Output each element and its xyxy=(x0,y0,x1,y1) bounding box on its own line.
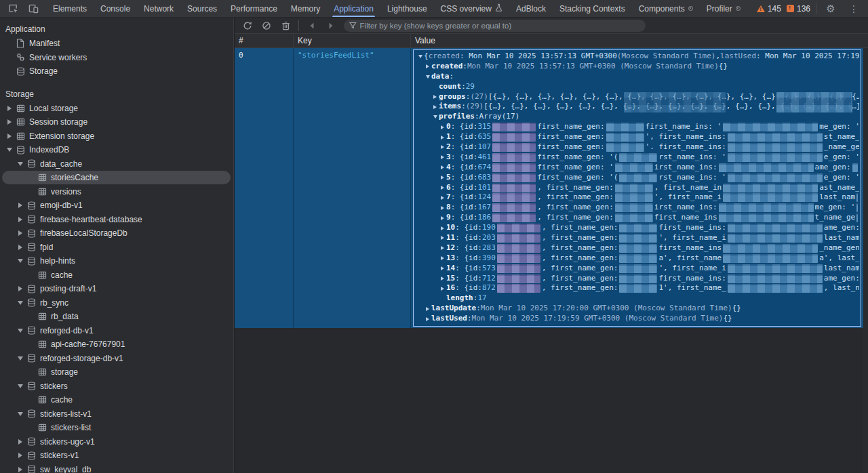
column-header-key[interactable]: Key xyxy=(294,34,411,47)
kebab-menu-icon[interactable]: ⋮ xyxy=(845,1,863,17)
sidebar-item-manifest[interactable]: Manifest xyxy=(0,37,233,51)
sidebar-item-stickers-list-v1[interactable]: stickers-list-v1 xyxy=(0,407,233,421)
disclosure-triangle-icon[interactable] xyxy=(424,307,431,311)
tab-sources[interactable]: Sources xyxy=(180,0,224,17)
disclosure-triangle-icon[interactable] xyxy=(439,206,446,210)
tree-row[interactable]: 0: {id: 315first_name_gen:first_name_ins… xyxy=(415,122,859,132)
disclosure-triangle-icon[interactable] xyxy=(416,55,424,58)
sidebar-item-session-storage[interactable]: Session storage xyxy=(0,115,233,129)
issues-badge[interactable]: 136 xyxy=(787,4,810,14)
disclosure-triangle-icon[interactable] xyxy=(15,162,25,166)
table-row[interactable]: 0 "storiesFeedList" {created: Mon Mar 10… xyxy=(235,48,868,328)
disclosure-triangle-icon[interactable] xyxy=(15,259,25,263)
disclosure-triangle-icon[interactable] xyxy=(15,356,25,361)
sidebar-item-api-cache-76767901[interactable]: api-cache-76767901 xyxy=(0,337,233,352)
disclosure-triangle-icon[interactable] xyxy=(424,64,431,68)
tree-row[interactable]: lastUpdate: Mon Mar 10 2025 17:20:00 GMT… xyxy=(415,304,859,314)
tree-row[interactable]: 5: {id: 683first_name_gen: '(rst_name_in… xyxy=(415,173,859,183)
sidebar-item-firebase-heartbeat-database[interactable]: firebase-heartbeat-database xyxy=(0,213,233,227)
tree-row[interactable]: data: xyxy=(415,72,859,82)
tree-row[interactable]: 13: {id: 390, first_name_gen:a', first_n… xyxy=(415,253,859,264)
disclosure-triangle-icon[interactable] xyxy=(431,95,439,99)
sidebar-item-data-cache[interactable]: data_cache xyxy=(0,157,233,171)
sidebar-item-cache[interactable]: cache xyxy=(0,393,233,407)
disclosure-triangle-icon[interactable] xyxy=(15,245,25,250)
disclosure-triangle-icon[interactable] xyxy=(15,217,25,222)
sidebar-item-stickers-list[interactable]: stickers-list xyxy=(0,421,233,435)
disclosure-triangle-icon[interactable] xyxy=(431,105,439,109)
disclosure-triangle-icon[interactable] xyxy=(439,216,446,220)
disclosure-triangle-icon[interactable] xyxy=(439,276,446,281)
sidebar-item-storage[interactable]: Storage xyxy=(0,64,233,79)
inspect-element-icon[interactable] xyxy=(4,1,22,17)
tree-row[interactable]: count: 29 xyxy=(415,82,859,92)
tree-row[interactable]: 1: {id: 635first_name_gen:', first_name_… xyxy=(415,132,859,142)
refresh-icon[interactable] xyxy=(241,20,254,32)
disclosure-triangle-icon[interactable] xyxy=(439,236,446,240)
disclosure-triangle-icon[interactable] xyxy=(4,119,14,125)
tree-row[interactable]: 15: {id: 712, first_name_gen:first_name_… xyxy=(415,274,859,284)
tree-row[interactable]: 9: {id: 186, first_name_gen:first_name_i… xyxy=(415,213,859,223)
tab-adblock[interactable]: AdBlock xyxy=(509,0,553,17)
tree-row[interactable]: 14: {id: 573, first_name_gen:', first_na… xyxy=(415,264,859,274)
tab-css-overview[interactable]: CSS overview xyxy=(434,0,509,17)
disclosure-triangle-icon[interactable] xyxy=(15,329,25,333)
tab-application[interactable]: Application xyxy=(327,0,380,17)
tree-row[interactable]: 8: {id: 167, first_name_gen:irst_name_in… xyxy=(415,203,859,213)
column-header-index[interactable]: # xyxy=(235,34,294,47)
tree-row[interactable]: 7: {id: 124, first_name_gen:', first_nam… xyxy=(415,192,859,203)
tree-row[interactable]: created: Mon Mar 10 2025 13:57:13 GMT+03… xyxy=(415,62,859,72)
next-page-icon[interactable] xyxy=(325,20,337,32)
tab-profiler[interactable]: Profiler xyxy=(700,0,747,17)
column-header-value[interactable]: Value xyxy=(411,34,868,47)
sidebar-item-rb-data[interactable]: rb_data xyxy=(0,310,233,324)
tree-row[interactable]: 2: {id: 107first_name_gen:'. first_name_… xyxy=(415,142,859,152)
tree-row[interactable]: length: 17 xyxy=(415,293,859,304)
sidebar-item-firebaselocalstoragedb[interactable]: firebaseLocalStorageDb xyxy=(0,226,233,241)
disclosure-triangle-icon[interactable] xyxy=(4,133,14,139)
disclosure-triangle-icon[interactable] xyxy=(439,145,446,149)
sidebar-item-cache[interactable]: cache xyxy=(0,268,233,283)
tab-console[interactable]: Console xyxy=(94,0,137,17)
sidebar-item-storiescache[interactable]: storiesCache xyxy=(0,171,233,185)
disclosure-triangle-icon[interactable] xyxy=(439,287,446,291)
disclosure-triangle-icon[interactable] xyxy=(15,453,25,458)
toggle-device-toolbar-icon[interactable] xyxy=(24,1,42,17)
scrollbar-gutter[interactable] xyxy=(863,48,868,472)
disclosure-triangle-icon[interactable] xyxy=(439,136,446,140)
disclosure-triangle-icon[interactable] xyxy=(424,317,431,321)
sidebar-item-sw-keyval-db[interactable]: sw_keyval_db xyxy=(0,463,233,473)
tree-row[interactable]: 6: {id: 101, first_name_gen:, first_name… xyxy=(415,183,859,193)
tab-performance[interactable]: Performance xyxy=(224,0,284,17)
tree-row[interactable]: lastUsed: Mon Mar 10 2025 17:19:59 GMT+0… xyxy=(415,314,859,324)
tree-row[interactable]: 11: {id: 203, first_name_gen:', first_na… xyxy=(415,233,859,243)
disclosure-triangle-icon[interactable] xyxy=(439,256,446,260)
disclosure-triangle-icon[interactable] xyxy=(15,439,25,445)
sidebar-item-storage[interactable]: storage xyxy=(0,365,233,379)
disclosure-triangle-icon[interactable] xyxy=(439,226,446,230)
disclosure-triangle-icon[interactable] xyxy=(439,176,446,180)
disclosure-triangle-icon[interactable] xyxy=(439,155,446,159)
warnings-badge[interactable]: 145 xyxy=(757,4,781,14)
tab-network[interactable]: Network xyxy=(137,0,180,17)
disclosure-triangle-icon[interactable] xyxy=(15,467,25,472)
disclosure-triangle-icon[interactable] xyxy=(4,148,14,152)
tree-row[interactable]: items: (29) [{…}, {…}, {…}, {…}, {…}, {…… xyxy=(415,102,859,112)
disclosure-triangle-icon[interactable] xyxy=(15,203,25,208)
disclosure-triangle-icon[interactable] xyxy=(439,186,446,190)
sidebar-item-service-workers[interactable]: Service workers xyxy=(0,51,233,65)
disclosure-triangle-icon[interactable] xyxy=(4,106,14,111)
tree-row[interactable]: profiles: Array(17) xyxy=(415,112,859,122)
sidebar-item-reforged-storage-db-v1[interactable]: reforged-storage-db-v1 xyxy=(0,352,233,366)
clear-object-store-icon[interactable] xyxy=(260,20,273,32)
tab-components[interactable]: Components xyxy=(632,0,700,17)
disclosure-triangle-icon[interactable] xyxy=(15,384,25,388)
filter-by-key-input[interactable] xyxy=(360,22,640,30)
disclosure-triangle-icon[interactable] xyxy=(439,246,446,250)
settings-gear-icon[interactable]: ⚙ xyxy=(822,1,840,17)
tree-row[interactable]: {created: Mon Mar 10 2025 13:57:13 GMT+0… xyxy=(415,52,859,62)
disclosure-triangle-icon[interactable] xyxy=(439,266,446,270)
disclosure-triangle-icon[interactable] xyxy=(15,301,25,305)
tree-row[interactable]: 12: {id: 283, first_name_gen:first_name_… xyxy=(415,243,859,253)
tab-elements[interactable]: Elements xyxy=(46,0,94,17)
